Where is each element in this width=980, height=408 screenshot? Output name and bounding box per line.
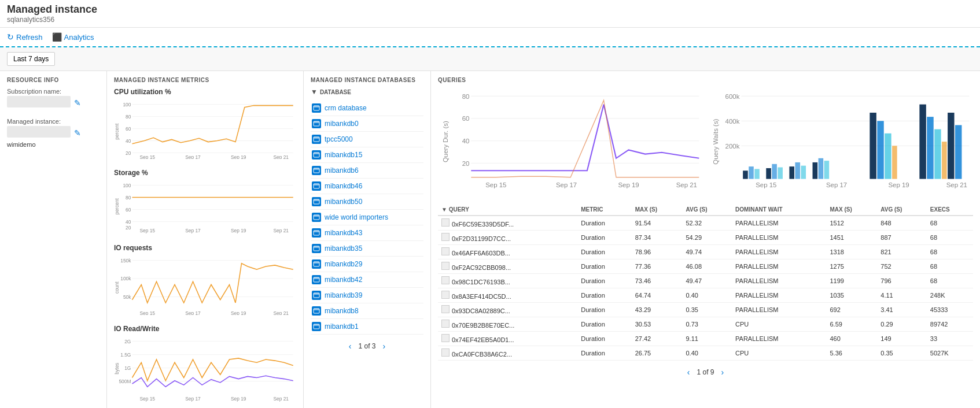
db-list-item[interactable]: mibankdb0 [311,116,423,132]
svg-text:percent: percent [114,123,120,140]
svg-rect-118 [919,105,926,179]
query-icon [441,218,450,227]
query-row[interactable]: 0x74EF42EB5A0D1... Duration 27.42 9.11 P… [438,332,973,346]
svg-rect-115 [877,121,883,179]
io-requests-chart: IO requests 150k 100k 50k Sep 15 Sep 17 … [114,244,296,317]
svg-text:Query Waits (s): Query Waits (s) [712,118,719,164]
db-pagination: ‹ 1 of 3 › [311,340,423,352]
wait-avg-cell: 887 [877,231,927,245]
svg-text:Sep 21: Sep 21 [676,181,697,188]
db-list-item[interactable]: mibankdb1 [311,319,423,335]
avg-cell: 49.47 [683,274,732,288]
db-list-item[interactable]: wide world importers [311,210,423,225]
svg-rect-68 [314,215,319,217]
max-cell: 91.54 [632,216,683,231]
svg-text:500M: 500M [119,378,131,384]
svg-text:20: 20 [126,225,131,231]
db-item-icon [312,197,321,206]
wait-max-cell: 1512 [826,216,877,231]
svg-text:Sep 19: Sep 19 [231,154,246,159]
queries-next-button[interactable]: › [719,366,727,378]
db-item-icon [312,103,321,113]
query-row[interactable]: 0xCA0FCB38A6C2... Duration 26.75 0.40 CP… [438,346,973,361]
db-filter-icon[interactable]: ▼ [311,88,318,96]
db-prev-button[interactable]: ‹ [347,340,354,352]
svg-text:Sep 15: Sep 15 [139,310,155,315]
query-row[interactable]: 0x98C1DC76193B... Duration 73.46 49.47 P… [438,274,973,288]
db-list-item[interactable]: mibankdb46 [311,179,423,194]
query-icon [441,305,450,313]
db-list-item[interactable]: tpcc5000 [311,132,423,147]
managed-instance-edit-icon[interactable]: ✎ [74,128,81,138]
svg-text:Query Dur. (s): Query Dur. (s) [442,121,449,162]
db-list-item[interactable]: mibankdb29 [311,257,423,272]
query-filter-icon[interactable]: ▼ [441,206,447,213]
dominant-wait-cell: PARALLELISM [732,231,826,245]
avg-cell: 0.40 [683,346,732,361]
max-cell: 26.75 [632,346,683,361]
managed-instance-value-box [7,126,71,138]
max-cell: 78.96 [632,245,683,259]
svg-text:80: 80 [126,195,131,201]
metric-cell: Duration [577,216,631,231]
db-item-name: mibankdb6 [325,166,359,175]
page-title: Managed instance [7,3,973,16]
queries-table-container: ▼ QUERY METRIC MAX (S) AVG (S) DOMINANT … [438,204,973,378]
db-list-item[interactable]: mibankdb35 [311,241,423,257]
col-query: ▼ QUERY [438,204,577,216]
db-item-icon [312,244,321,253]
db-item-icon [312,166,321,175]
wait-avg-cell: 752 [877,259,927,274]
cpu-chart: CPU utilization % 100 80 60 40 20 [114,88,296,161]
analytics-button[interactable]: ⬛ Analytics [52,32,94,42]
wait-max-cell: 5.36 [826,346,877,361]
queries-prev-button[interactable]: ‹ [685,366,692,378]
svg-rect-104 [754,169,760,179]
svg-text:100k: 100k [120,276,131,281]
wait-max-cell: 692 [826,303,877,317]
query-row[interactable]: 0xF2AC92CBB098... Duration 77.36 46.08 P… [438,259,973,274]
query-cell: 0x93DC8A02889C... [438,303,577,317]
refresh-button[interactable]: ↻ Refresh [7,32,43,42]
storage-chart-title: Storage % [114,169,296,177]
db-list-item[interactable]: crm database [311,101,423,116]
metric-cell: Duration [577,332,631,346]
time-range-button[interactable]: Last 7 days [7,52,55,66]
query-cell: 0xCA0FCB38A6C2... [438,346,577,361]
db-list-item[interactable]: mibankdb8 [311,303,423,319]
db-list-item[interactable]: mibankdb6 [311,163,423,179]
db-list-item[interactable]: mibankdb15 [311,147,423,163]
db-item-icon [312,150,321,160]
cpu-chart-area: 100 80 60 40 20 Sep 15 Sep 17 Sep 19 Sep… [114,98,296,161]
db-list-item[interactable]: mibankdb43 [311,225,423,241]
query-row[interactable]: 0xF2D31199D7CC... Duration 87.34 54.29 P… [438,231,973,245]
db-list-item[interactable]: mibankdb42 [311,272,423,288]
db-header: ▼ DATABASE [311,88,423,96]
execs-cell: 68 [927,245,973,259]
db-list-item[interactable]: mibankdb50 [311,194,423,210]
db-next-button[interactable]: › [381,340,388,352]
svg-rect-103 [749,166,754,179]
top-bar: Managed instance sqlanalytics356 [0,0,980,28]
io-readwrite-chart-svg: 2G 1.5G 1G 500M Sep 15 Sep 17 Sep 19 Sep… [114,335,296,402]
queries-page-indicator: 1 of 9 [697,368,714,376]
query-row[interactable]: 0x8A3EF414DC5D... Duration 64.74 0.40 PA… [438,288,973,303]
svg-text:40: 40 [126,138,131,144]
svg-text:60: 60 [462,115,470,122]
query-row[interactable]: 0xF6C59E339D5DF... Duration 91.54 52.32 … [438,216,973,231]
metrics-panel: MANAGED INSTANCE METRICS CPU utilization… [107,71,304,408]
queries-panel: QUERIES 80 60 40 20 Sep 15 [431,71,980,408]
svg-text:600k: 600k [725,93,739,100]
query-row[interactable]: 0x46AFF6A603DB... Duration 78.96 49.74 P… [438,245,973,259]
managed-instance-name: wimidemo [7,141,100,148]
query-row[interactable]: 0x93DC8A02889C... Duration 43.29 0.35 PA… [438,303,973,317]
db-list-item[interactable]: mibankdb39 [311,288,423,303]
svg-text:40: 40 [462,138,470,144]
query-icon [441,233,450,241]
subscription-edit-icon[interactable]: ✎ [74,98,81,107]
svg-rect-62 [314,168,319,170]
query-row[interactable]: 0x70E9B2B8E70EC... Duration 30.53 0.73 C… [438,317,973,332]
db-item-icon [312,213,321,222]
wait-avg-cell: 3.41 [877,303,927,317]
db-item-name: tpcc5000 [325,135,353,143]
